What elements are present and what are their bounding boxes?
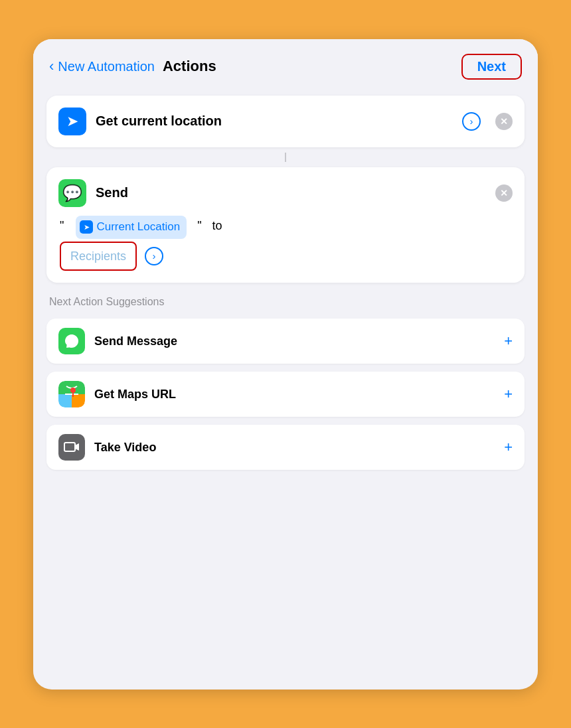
location-icon-wrap: ➤ bbox=[58, 108, 86, 135]
location-icon: ➤ bbox=[66, 113, 78, 130]
suggestion-send-message[interactable]: Send Message + bbox=[46, 319, 525, 364]
content-area: ➤ Get current location › ✕ 💬 Send ✕ " bbox=[33, 90, 538, 471]
connector bbox=[46, 153, 525, 162]
get-location-card: ➤ Get current location › ✕ bbox=[46, 96, 525, 147]
phone-card: ‹ New Automation Actions Next ➤ Get curr… bbox=[33, 39, 538, 690]
svg-point-2 bbox=[70, 388, 76, 393]
to-text: to bbox=[212, 219, 222, 232]
send-icon-wrap: 💬 bbox=[58, 179, 86, 207]
send-message-label: Send Message bbox=[94, 334, 495, 348]
recipients-info-circle[interactable]: › bbox=[145, 247, 163, 265]
current-location-pill[interactable]: ➤ Current Location bbox=[76, 216, 187, 239]
location-info-circle[interactable]: › bbox=[462, 112, 481, 131]
quote-close: " bbox=[197, 219, 201, 232]
next-button[interactable]: Next bbox=[461, 54, 522, 80]
maps-icon-wrap bbox=[58, 381, 85, 407]
svg-rect-4 bbox=[64, 443, 75, 451]
back-label[interactable]: New Automation bbox=[58, 59, 155, 74]
take-video-label: Take Video bbox=[94, 441, 495, 455]
suggestion-maps-url[interactable]: Get Maps URL + bbox=[46, 372, 525, 417]
back-chevron-icon: ‹ bbox=[49, 58, 54, 75]
send-message-add-button[interactable]: + bbox=[504, 332, 513, 350]
header: ‹ New Automation Actions Next bbox=[33, 39, 538, 90]
recipients-row: Recipients › bbox=[60, 242, 513, 271]
pill-location-icon: ➤ bbox=[80, 220, 93, 234]
suggestion-take-video[interactable]: Take Video + bbox=[46, 425, 525, 470]
recipients-field[interactable]: Recipients bbox=[60, 242, 137, 271]
maps-url-label: Get Maps URL bbox=[94, 388, 495, 401]
camera-icon-wrap bbox=[58, 434, 85, 461]
current-location-text: Current Location bbox=[96, 217, 180, 238]
message-icon: 💬 bbox=[62, 184, 82, 202]
send-close-button[interactable]: ✕ bbox=[495, 184, 513, 202]
header-left: ‹ New Automation Actions bbox=[49, 58, 216, 75]
send-card: 💬 Send ✕ " ➤ Current Location " to Recip… bbox=[46, 167, 525, 283]
connector-line bbox=[285, 153, 286, 162]
maps-url-add-button[interactable]: + bbox=[504, 386, 513, 403]
page-title: Actions bbox=[163, 58, 216, 75]
quote-open: " bbox=[60, 219, 64, 232]
send-label: Send bbox=[96, 185, 486, 200]
send-body: " ➤ Current Location " to Recipients › bbox=[58, 215, 513, 271]
location-close-button[interactable]: ✕ bbox=[495, 113, 513, 130]
take-video-add-button[interactable]: + bbox=[504, 439, 513, 456]
suggestions-label: Next Action Suggestions bbox=[46, 291, 525, 311]
get-location-label: Get current location bbox=[96, 113, 453, 129]
send-header: 💬 Send ✕ bbox=[58, 179, 513, 207]
send-message-icon bbox=[58, 328, 85, 354]
